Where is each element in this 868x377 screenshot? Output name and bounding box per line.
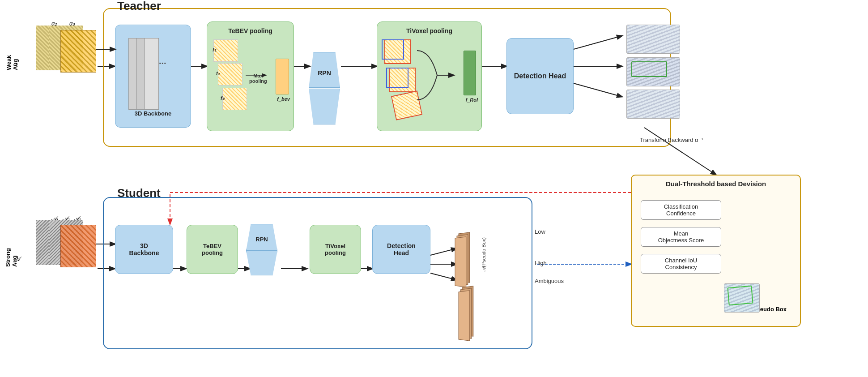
dual-threshold-box: Dual-Threshold based Devision Classifica… <box>631 175 801 327</box>
teacher-rpn-label: RPN <box>318 69 331 77</box>
student-tebev: TeBEV pooling <box>187 225 238 274</box>
teacher-f1-label: f₁ <box>213 47 216 53</box>
dual-item-3-label: Channel IoU Consistency <box>665 257 697 270</box>
teacher-rpn-inv-shape <box>309 89 340 124</box>
teacher-pc-main <box>60 30 96 73</box>
teacher-f2-label: f₂ <box>216 71 220 77</box>
student-tivoxel: TiVoxel pooling <box>310 225 361 274</box>
high-label: High <box>535 260 547 266</box>
teacher-froi-label: f_RoI <box>466 97 478 103</box>
teacher-fbev-label: f_bev <box>277 96 290 102</box>
teacher-tivoxel-label: TiVoxel pooling <box>379 27 480 34</box>
teacher-label: Teacher <box>117 0 161 13</box>
student-label: Student <box>117 186 161 200</box>
car-image-bot <box>626 90 680 119</box>
teacher-tebev: TeBEV pooling f₁ f₂ f₃ Max pooling f <box>207 21 294 131</box>
student-rpn-inv <box>246 251 277 275</box>
car-image-mid <box>626 57 680 86</box>
transform-label: Transform Backward α⁻¹ <box>640 137 703 143</box>
teacher-f3-label: f₃ <box>221 95 224 101</box>
pseudo-stacks: 𝒜(Pseudo Box) <box>456 233 473 340</box>
student-dethead: Detection Head <box>372 225 430 274</box>
teacher-dethead: Detection Head <box>506 38 574 114</box>
student-rpn: RPN <box>246 224 277 251</box>
dual-item-3: Channel IoU Consistency <box>641 254 721 274</box>
teacher-tebev-label: TeBEV pooling <box>209 27 292 34</box>
student-tivoxel-label: TiVoxel pooling <box>325 243 346 256</box>
dual-threshold-title: Dual-Threshold based Devision <box>666 180 766 188</box>
student-rpn-inv-shape <box>246 251 277 275</box>
mean-pseudo-car <box>724 283 760 313</box>
teacher-rpn: RPN <box>309 52 340 88</box>
student-rpn-shape: RPN <box>246 224 277 251</box>
teacher-tivoxel: TiVoxel pooling f_RoI <box>377 21 482 131</box>
teacher-backbone-label: 3D Backbone <box>124 110 182 117</box>
dual-item-1: Classification Confidence <box>641 200 721 220</box>
teacher-backbone: ··· 3D Backbone <box>115 25 191 128</box>
dual-item-1-label: Classification Confidence <box>664 203 698 217</box>
student-dethead-label: Detection Head <box>387 242 416 257</box>
teacher-container: Teacher ··· 3D Backbone TeBEV pooling f₁… <box>103 8 671 147</box>
ambiguous-label: Ambiguous <box>535 278 564 284</box>
car-image-top <box>626 25 680 54</box>
student-rpn-label: RPN <box>255 236 268 243</box>
pseudo-box-label: 𝒜(Pseudo Box) <box>481 237 486 271</box>
dual-item-2: Mean Objectness Score <box>641 227 721 247</box>
student-pc-main <box>60 225 96 267</box>
dual-item-2-label: Mean Objectness Score <box>658 230 704 244</box>
student-backbone-label: 3D Backbone <box>129 242 159 257</box>
script-alpha-label: 𝒜 <box>14 255 20 263</box>
teacher-dethead-label: Detection Head <box>511 69 570 84</box>
student-tebev-label: TeBEV pooling <box>202 243 223 256</box>
teacher-rpn-shape: RPN <box>309 52 340 88</box>
low-label: Low <box>535 228 545 235</box>
student-backbone: 3D Backbone <box>115 225 173 274</box>
alpha-label: α <box>13 60 17 68</box>
teacher-rpn-inv <box>309 89 340 124</box>
